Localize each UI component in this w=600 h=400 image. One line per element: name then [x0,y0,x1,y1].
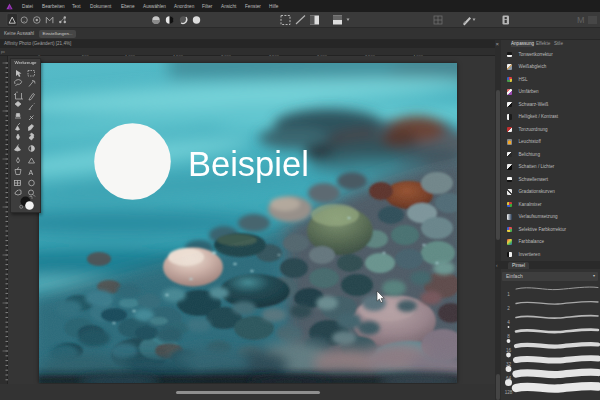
svg-text:1: 1 [507,292,510,297]
svg-text:Beispiel: Beispiel [188,145,309,183]
svg-text:16: 16 [506,348,512,353]
svg-text:M: M [577,15,585,25]
svg-text:4: 4 [507,320,510,325]
svg-text:128: 128 [505,390,513,395]
svg-text:32: 32 [506,362,512,367]
svg-text:A: A [29,169,34,176]
svg-text:2: 2 [507,306,510,311]
svg-text:8: 8 [507,334,510,339]
svg-text:64: 64 [506,376,512,381]
